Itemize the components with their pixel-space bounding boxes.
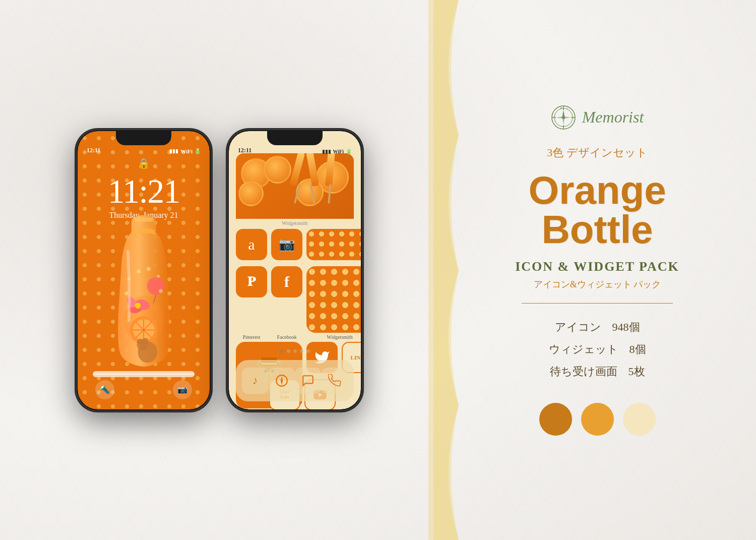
- instagram-symbol: 📷: [279, 236, 295, 252]
- line-text: LINE: [351, 354, 361, 361]
- app-row-2: 𝐏 Pinterest f Facebook: [236, 266, 361, 333]
- message-svg: [301, 374, 314, 387]
- phone1-status-icons: ▮▮▮ WiFi 🔋: [169, 148, 201, 154]
- widgetsmith-square-wrapper: Widgetsmith: [306, 266, 361, 333]
- page-dot-5: [306, 349, 310, 353]
- wifi-icon: WiFi: [180, 148, 193, 154]
- phone1-screen: 12:11 ▮▮▮ WiFi 🔋 🔒 11:21: [78, 131, 210, 409]
- dock: ♪: [236, 360, 354, 401]
- spec2: ウィジェット 8個: [549, 338, 646, 361]
- phone1-slider[interactable]: [93, 373, 195, 375]
- spec3: 待ち受け画面 5枚: [549, 361, 646, 383]
- svg-point-14: [137, 338, 143, 344]
- large-widget-label: Widgetsmith: [236, 219, 354, 227]
- svg-marker-54: [564, 116, 571, 118]
- facebook-app-wrapper: f Facebook: [271, 266, 302, 333]
- phone2-battery-icon: 🔋: [346, 149, 352, 154]
- specs-text: アイコン 948個 ウィジェット 8個 待ち受け画面 5枚: [549, 316, 646, 383]
- phone1-wrapper: 12:11 ▮▮▮ WiFi 🔋 🔒 11:21: [76, 129, 212, 411]
- music-note-icon: ♪: [253, 374, 258, 387]
- large-widget[interactable]: Widgetsmith: [236, 153, 354, 227]
- signal-icon: ▮▮▮: [169, 148, 178, 154]
- brand-name-text: Memorist: [582, 108, 644, 127]
- svg-point-18: [137, 269, 141, 273]
- camera-icon[interactable]: 📷: [173, 380, 192, 399]
- pinterest-label: Pinterest: [243, 334, 261, 340]
- svg-point-15: [143, 338, 149, 344]
- phone2-inner: 12:11 ▮▮▮ WiFi 🔋: [229, 131, 361, 409]
- phone2-time-status: 12:11: [238, 147, 251, 154]
- page-dots: [229, 349, 361, 353]
- dock-phone-icon[interactable]: [322, 368, 348, 394]
- dots-pattern: [306, 229, 361, 260]
- pinterest-icon[interactable]: 𝐏: [236, 266, 267, 297]
- phone2-frame: 12:11 ▮▮▮ WiFi 🔋: [227, 129, 363, 411]
- wavy-decoration-svg: [428, 0, 459, 540]
- svg-point-21: [128, 277, 131, 280]
- compass-logo-icon: ★ ☽: [551, 105, 576, 130]
- svg-point-19: [147, 267, 151, 271]
- pinterest-app-wrapper: 𝐏 Pinterest: [236, 266, 267, 333]
- compass-svg: [275, 374, 288, 387]
- phone1-time-status: 12:11: [87, 147, 100, 154]
- phone1-notch: [116, 131, 171, 145]
- phone2-wrapper: 12:11 ▮▮▮ WiFi 🔋: [227, 129, 363, 411]
- facebook-label: Facebook: [277, 334, 297, 340]
- instagram-app-wrapper: 📷 Instagram: [271, 229, 302, 269]
- svg-point-23: [124, 291, 129, 295]
- svg-point-11: [135, 303, 141, 309]
- color-swatch-dark-orange: [539, 403, 572, 436]
- widget-dots-half[interactable]: [306, 229, 361, 260]
- bottle-illustration: [103, 213, 184, 369]
- phone2-wifi-icon: WiFi: [333, 149, 344, 154]
- spec1: アイコン 948個: [549, 316, 646, 338]
- phone2-notch: [267, 131, 323, 145]
- phone1-bottom-bar: 🔦 📷: [78, 380, 210, 399]
- svg-text:☽: ☽: [566, 107, 568, 109]
- pinterest-symbol: 𝐏: [247, 274, 256, 289]
- svg-marker-51: [562, 110, 564, 117]
- svg-rect-0: [134, 217, 154, 221]
- instagram-icon[interactable]: 📷: [271, 229, 302, 260]
- dock-compass-icon[interactable]: [269, 368, 295, 394]
- widgetsmith-square-label: Widgetsmith: [327, 334, 352, 340]
- phone2-status-icons: ▮▮▮ WiFi 🔋: [322, 149, 352, 154]
- dots-pattern-big: [306, 266, 361, 333]
- svg-marker-53: [556, 116, 563, 118]
- app-row-1: a Amazon 📷 Instagram: [236, 229, 361, 269]
- phone2-signal-icon: ▮▮▮: [322, 149, 331, 154]
- phone-svg: [328, 374, 341, 387]
- amazon-symbol: a: [248, 236, 255, 253]
- svg-marker-52: [562, 118, 564, 125]
- brand-logo-area: ★ ☽ Memorist: [551, 105, 644, 130]
- phone1-slider-thumb: [93, 371, 195, 377]
- title-line1: Orange: [528, 170, 666, 210]
- divider: [522, 303, 673, 304]
- svg-point-55: [562, 116, 565, 119]
- main-title: Orange Bottle: [528, 170, 666, 249]
- amazon-icon[interactable]: a: [236, 229, 267, 260]
- subtitle-jp: 3色 デザインセット: [547, 145, 648, 160]
- color-swatch-medium-orange: [581, 403, 614, 436]
- svg-point-22: [159, 289, 163, 293]
- svg-text:★: ★: [560, 107, 562, 109]
- phone1-frame: 12:11 ▮▮▮ WiFi 🔋 🔒 11:21: [76, 129, 212, 411]
- amazon-app-wrapper: a Amazon: [236, 229, 267, 269]
- dock-message-icon[interactable]: [295, 368, 321, 394]
- color-swatches: [539, 403, 656, 436]
- svg-point-20: [157, 275, 160, 278]
- pack-label-en: Icon & Widget Pack: [515, 259, 679, 274]
- page-container: 12:11 ▮▮▮ WiFi 🔋 🔒 11:21: [0, 0, 756, 540]
- facebook-icon[interactable]: f: [271, 266, 302, 297]
- page-dot-2: [287, 349, 290, 353]
- widget-dots-square[interactable]: [306, 266, 361, 333]
- page-dot-1: [280, 349, 284, 353]
- dock-music-icon[interactable]: ♪: [242, 368, 268, 394]
- phones-section: 12:11 ▮▮▮ WiFi 🔋 🔒 11:21: [0, 0, 438, 540]
- color-swatch-cream: [623, 403, 656, 436]
- phone1-lock-time: 11:21: [108, 171, 179, 211]
- title-line2: Bottle: [528, 210, 666, 249]
- page-dot-4: [300, 349, 303, 353]
- facebook-symbol: f: [284, 273, 289, 290]
- flashlight-icon[interactable]: 🔦: [95, 380, 114, 399]
